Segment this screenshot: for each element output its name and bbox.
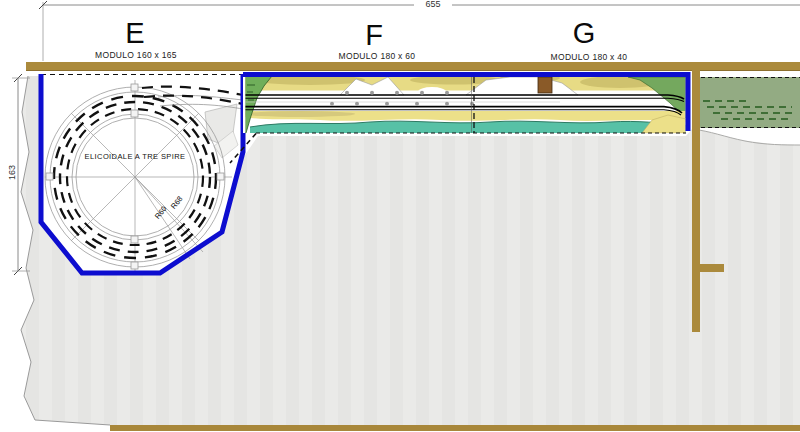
bottom-wood-rail (110, 425, 800, 431)
tunnel-portal (538, 77, 552, 93)
module-g-letter: G (554, 19, 614, 48)
scenery (245, 74, 686, 133)
module-e-size-label: MODULO 160 x 165 (74, 51, 198, 60)
helix-label: ELICOIDALE A TRE SPIRE (57, 153, 213, 161)
module-f-letter: F (344, 21, 404, 50)
adjacent-terrain-band (700, 77, 800, 128)
dimension-total-width: 655 (414, 0, 452, 9)
dimension-module-height: 163 (8, 153, 17, 193)
support-leg (692, 70, 700, 332)
plan-drawing-svg (0, 0, 800, 432)
top-wood-rail (26, 62, 800, 70)
module-f-size-label: MODULO 180 x 60 (315, 52, 439, 61)
module-plan-canvas: 655 163 E MODULO 160 x 165 F MODULO 180 … (0, 0, 800, 432)
support-leg-foot (700, 264, 724, 272)
module-g-size-label: MODULO 180 x 40 (527, 53, 651, 62)
module-e-letter: E (105, 19, 165, 48)
